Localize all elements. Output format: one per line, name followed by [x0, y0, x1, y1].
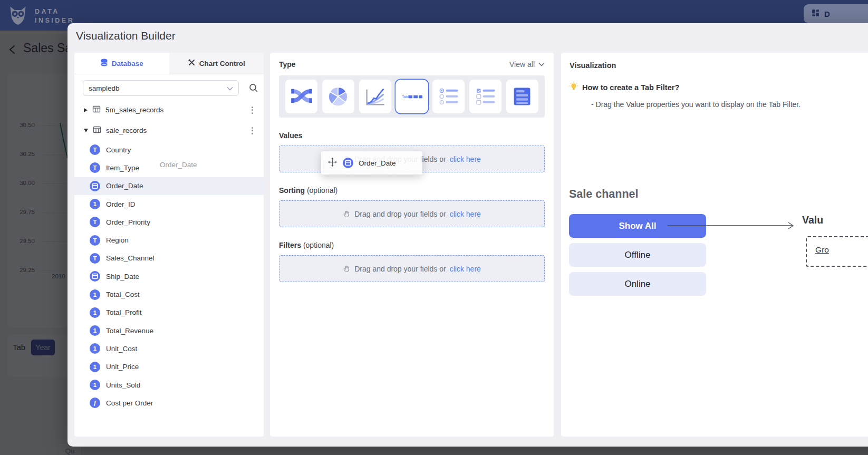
field-name: Region [106, 236, 129, 244]
chart-type-checkbox-list[interactable] [469, 80, 501, 113]
dropzone-click-here-link[interactable]: click here [450, 210, 481, 218]
field-type-number-icon: 1 [90, 289, 100, 300]
filters-section-label: Filters (optional) [279, 241, 545, 249]
brand-text: DATA INSIDER [35, 7, 74, 25]
tip-body: - Drag the Value properties you want to … [591, 100, 801, 109]
dropzone-click-here-link[interactable]: click here [450, 155, 481, 163]
view-all-button[interactable]: View all [509, 60, 545, 69]
field-name: Order_Date [106, 182, 143, 190]
table-row[interactable]: sale_records [74, 120, 264, 141]
chart-type-tab-filter[interactable]: Tab [396, 80, 428, 113]
field-name: Total_Cost [106, 291, 140, 298]
field-row[interactable]: 1Total_Cost [74, 285, 264, 303]
annotation-group-link[interactable]: Gro [815, 245, 829, 255]
field-row[interactable]: TRegion [74, 231, 264, 249]
field-row[interactable]: 1Total_Profit [74, 304, 264, 322]
dashboard-button[interactable]: D [804, 4, 868, 23]
tab-database[interactable]: Database [74, 53, 169, 74]
field-name: Country [106, 146, 131, 154]
sorting-dropzone[interactable]: Drag and drop your fields or click here [279, 200, 545, 227]
field-row[interactable]: 1Order_ID [74, 195, 264, 213]
field-name: Item_Type [106, 164, 139, 172]
field-type-text-icon: T [90, 162, 100, 173]
field-name: Unit_Cost [106, 345, 137, 353]
caret-right-icon[interactable] [84, 108, 88, 112]
tip-title: How to create a Tab Filter? [582, 83, 679, 92]
tab-database-label: Database [112, 60, 143, 67]
svg-text:Tab: Tab [402, 95, 408, 99]
chart-type-table[interactable] [506, 80, 538, 113]
view-all-label: View all [509, 60, 535, 69]
chart-type-strip: Tab [279, 75, 545, 118]
dropzone-placeholder: Drag and drop your fields or [354, 210, 446, 218]
table-icon [93, 125, 101, 135]
field-row[interactable]: TCountry [74, 141, 264, 159]
field-type-number-icon: 1 [90, 380, 100, 390]
preview-title: Sale channel [569, 188, 638, 201]
field-type-date-icon [90, 181, 100, 191]
brand: DATA INSIDER [6, 4, 74, 29]
annotation-value-label: Valu [802, 214, 823, 226]
panel-tabs: Database Chart Control [74, 53, 264, 74]
field-type-text-icon: T [90, 217, 100, 227]
chart-type-line[interactable] [359, 80, 391, 113]
field-row[interactable]: 1Unit_Cost [74, 340, 264, 357]
dragged-field-chip[interactable]: Order_Date [321, 151, 422, 175]
field-row[interactable]: Order_Date [74, 177, 264, 195]
field-row[interactable]: 1Total_Revenue [74, 322, 264, 340]
field-type-number-icon: 1 [90, 362, 100, 372]
visualization-builder-screen: Sales Sa 30.5030.2530.0029.7529.5029.25 … [0, 0, 868, 455]
caret-down-icon[interactable] [84, 129, 88, 132]
field-type-text-icon: T [90, 253, 100, 264]
database-select[interactable]: sampledb [83, 80, 239, 96]
annotation-arrow [667, 220, 798, 231]
table-row[interactable]: 5m_sales_records [74, 100, 264, 120]
chart-type-radio-list[interactable] [432, 80, 465, 113]
dropzone-placeholder: Drag and drop your fields or [354, 265, 446, 273]
database-select-value: sampledb [89, 84, 120, 92]
modal-title: Visualization Builder [76, 30, 176, 42]
visualization-panel: Visualization How to create a Tab Filter… [561, 53, 868, 437]
field-name: Ship_Date [106, 273, 139, 280]
field-row[interactable]: TOrder_Priority [74, 213, 264, 231]
builder-panel: Type View all Tab ValuesDrag and drop yo… [270, 53, 554, 437]
visualization-builder-modal: Visualization Builder Database [67, 23, 868, 447]
type-section-label: Type [279, 60, 296, 69]
preview-option-online[interactable]: Online [569, 272, 706, 296]
field-row[interactable]: ƒCost per Order [74, 394, 264, 412]
tab-chart-control[interactable]: Chart Control [169, 53, 264, 74]
dashboard-button-label: D [824, 9, 830, 18]
field-row[interactable]: 1Units_Sold [74, 376, 264, 394]
table-name: 5m_sales_records [105, 106, 163, 114]
row-menu-icon[interactable] [249, 125, 255, 137]
table-icon [92, 105, 101, 115]
field-name: Cost per Order [106, 399, 153, 407]
dashboard-icon [811, 8, 820, 19]
chart-type-sankey[interactable] [285, 80, 317, 113]
field-name: Total_Revenue [106, 327, 153, 335]
field-row[interactable]: 1Unit_Price [74, 358, 264, 376]
field-type-number-icon: 1 [90, 343, 100, 354]
move-icon [327, 157, 337, 169]
field-type-number-icon: 1 [90, 199, 100, 209]
preview-option-offline[interactable]: Offline [569, 243, 706, 267]
field-type-text-icon: T [90, 235, 100, 246]
field-name: Total_Profit [106, 308, 142, 316]
field-type-date-icon [90, 271, 100, 282]
filters-dropzone[interactable]: Drag and drop your fields or click here [279, 255, 545, 282]
drag-hand-icon [343, 210, 351, 218]
field-row[interactable]: TSales_Channel [74, 249, 264, 267]
search-icon[interactable] [248, 83, 259, 95]
sorting-section-label: Sorting (optional) [279, 186, 545, 195]
drag-hand-icon [343, 265, 351, 273]
field-row[interactable]: Ship_Date [74, 267, 264, 285]
lightbulb-icon [568, 81, 579, 94]
field-type-text-icon: T [90, 144, 100, 155]
dropzone-click-here-link[interactable]: click here [450, 265, 481, 273]
annotation-group-box: Gro [806, 236, 868, 267]
chart-type-pie[interactable] [322, 80, 354, 113]
field-name: Sales_Channel [106, 254, 155, 262]
tab-chart-control-label: Chart Control [199, 60, 245, 67]
row-menu-icon[interactable] [249, 104, 255, 116]
values-section-label: Values [279, 131, 545, 140]
